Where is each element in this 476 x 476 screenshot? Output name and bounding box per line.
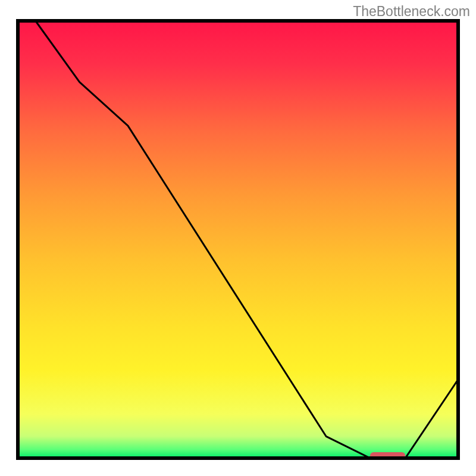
plot-area [18, 21, 458, 460]
bottleneck-chart [0, 0, 476, 476]
chart-container: TheBottleneck.com [0, 0, 476, 476]
